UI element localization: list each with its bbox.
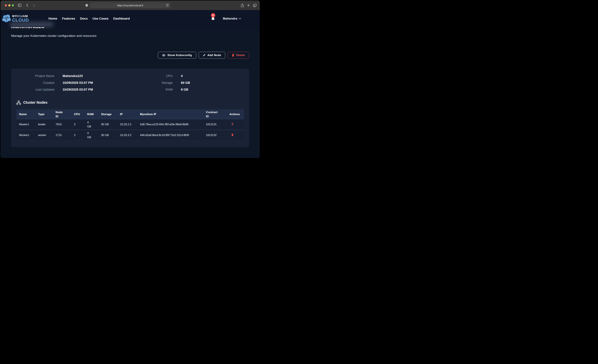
refresh-button[interactable]: [166, 4, 169, 7]
cell-storage: 30 GB: [99, 130, 117, 141]
cluster-actions: Show Kubeconfig Add Node Delete: [11, 52, 249, 58]
cluster-nodes-header: Cluster Nodes: [17, 100, 244, 105]
info-row-project-name: Project Name Mahendra123: [17, 74, 127, 78]
cell-actions: [227, 130, 244, 141]
info-row-cpu: CPU 4: [133, 74, 244, 78]
table-header-row: Name Type Node ID CPU RAM Storage IP Myc…: [17, 110, 244, 119]
cell-type: leader: [35, 119, 53, 130]
plus-icon: [247, 3, 250, 7]
forward-icon: [32, 3, 35, 7]
table-row-master1: Master1 leader 7915 2 4 GB 30 GB 10.20.2…: [17, 119, 244, 130]
shield-icon: [85, 4, 88, 7]
chevron-down-icon: [239, 18, 241, 19]
logo-text: MYCELIUM CLOUD: [12, 15, 29, 22]
cell-cpu: 2: [71, 130, 84, 141]
cell-contract-id: 1613131: [203, 119, 227, 130]
nav-docs[interactable]: Docs: [80, 17, 88, 20]
info-row-storage: Storage 60 GB: [133, 81, 244, 85]
refresh-icon: [166, 4, 169, 7]
cell-cpu: 2: [71, 119, 84, 130]
col-mycelium-ip: Mycelium IP: [137, 110, 203, 119]
tab-overview-button[interactable]: [253, 3, 257, 8]
cell-ram: 4 GB: [84, 119, 99, 130]
pencil-icon: [203, 54, 206, 57]
cluster-info-right: CPU 4 Storage 60 GB RAM 8 GB: [133, 74, 244, 95]
share-button[interactable]: [240, 3, 244, 8]
eye-icon: [162, 54, 166, 57]
site-header: MYCELIUM CLOUD Home Features Docs Use Ca…: [0, 10, 260, 27]
sidebar-toggle-button[interactable]: [17, 3, 22, 8]
zoom-window-button[interactable]: [12, 4, 14, 7]
trash-icon: [231, 123, 233, 125]
trash-icon: [231, 133, 233, 136]
delete-node-button[interactable]: [231, 133, 233, 136]
close-window-button[interactable]: [5, 4, 7, 7]
cell-ram: 4 GB: [84, 130, 99, 141]
cluster-nodes-table: Name Type Node ID CPU RAM Storage IP Myc…: [17, 109, 244, 141]
cell-type: worker: [35, 130, 53, 141]
main-area: Manage your Kubernetes cluster configura…: [0, 27, 260, 158]
cluster-nodes-icon: [17, 100, 21, 105]
cluster-details-panel: Project Name Mahendra123 Created 10/29/2…: [11, 69, 249, 147]
col-ram: RAM: [84, 110, 99, 119]
cell-contract-id: 1613132: [203, 130, 227, 141]
sidebar-toggle-icon: [18, 3, 22, 7]
nav-features[interactable]: Features: [62, 17, 75, 20]
user-menu[interactable]: Mahendra: [223, 17, 241, 20]
nav-home[interactable]: Home: [49, 17, 57, 20]
delete-cluster-button[interactable]: Delete: [228, 52, 249, 58]
cluster-info-left: Project Name Mahendra123 Created 10/29/2…: [17, 74, 127, 95]
table-row-worker1: Worker1 worker 1715 2 4 GB 30 GB 10.20.3…: [17, 130, 244, 141]
col-contract-id: Contract ID: [203, 110, 227, 119]
col-actions: Actions: [227, 110, 244, 119]
cell-node-id: 7915: [53, 119, 71, 130]
forward-button[interactable]: [32, 3, 36, 7]
info-row-created: Created 10/29/2025 03:07 PM: [17, 81, 127, 85]
cell-node-id: 1715: [53, 130, 71, 141]
address-bar[interactable]: https://myceliumcloud.tf: [90, 2, 170, 8]
col-cpu: CPU: [71, 110, 84, 119]
window-controls: [5, 4, 14, 7]
notifications-button[interactable]: 11: [211, 16, 215, 21]
header-right: 11 Mahendra: [211, 16, 241, 21]
cell-name: Master1: [17, 119, 35, 130]
cell-name: Worker1: [17, 130, 35, 141]
url-text: https://myceliumcloud.tf: [117, 4, 143, 7]
info-row-ram: RAM 8 GB: [133, 88, 244, 91]
info-row-last-updated: Last Updated 10/29/2025 03:07 PM: [17, 88, 127, 91]
logo[interactable]: MYCELIUM CLOUD: [2, 14, 29, 24]
cloud-logo-icon: [2, 14, 11, 24]
col-ip: IP: [117, 110, 137, 119]
delete-node-button[interactable]: [231, 123, 233, 125]
cell-ip: 10.20.2.2: [117, 119, 137, 130]
cell-mycelium-ip: 5d8:78ea:a120:f40c:ff0f:a5fe:99e6:8b96: [137, 119, 203, 130]
show-kubeconfig-button[interactable]: Show Kubeconfig: [158, 52, 196, 58]
cell-ip: 10.20.3.2: [117, 130, 137, 141]
share-icon: [241, 3, 244, 8]
cell-storage: 30 GB: [99, 119, 117, 130]
col-type: Type: [35, 110, 53, 119]
cluster-info-grid: Project Name Mahendra123 Created 10/29/2…: [17, 74, 244, 95]
page-content: Mahendra123: [0, 10, 260, 158]
nav-use-cases[interactable]: Use Cases: [92, 17, 108, 20]
cell-mycelium-ip: 446:d2a6:8bcd:8c16:ff0f:72e2:3114:863f: [137, 130, 203, 141]
col-name: Name: [17, 110, 35, 119]
add-node-button[interactable]: Add Node: [199, 52, 225, 58]
back-button[interactable]: [25, 3, 29, 7]
main-nav: Home Features Docs Use Cases Dashboard: [49, 17, 130, 20]
cluster-nodes-title: Cluster Nodes: [23, 100, 48, 105]
col-node-id: Node ID: [53, 110, 71, 119]
page-subtitle: Manage your Kubernetes cluster configura…: [11, 34, 249, 38]
back-icon: [26, 3, 29, 7]
minimize-window-button[interactable]: [8, 4, 10, 7]
privacy-shield-button[interactable]: [85, 3, 89, 8]
nav-dashboard[interactable]: Dashboard: [113, 17, 130, 20]
browser-window: https://myceliumcloud.tf: [0, 0, 260, 158]
user-name: Mahendra: [223, 17, 237, 20]
browser-toolbar: https://myceliumcloud.tf: [0, 0, 260, 10]
new-tab-button[interactable]: [246, 3, 251, 8]
cell-actions: [227, 119, 244, 130]
tabs-overview-icon: [253, 3, 257, 7]
notification-badge: 11: [211, 13, 215, 17]
col-storage: Storage: [99, 110, 117, 119]
